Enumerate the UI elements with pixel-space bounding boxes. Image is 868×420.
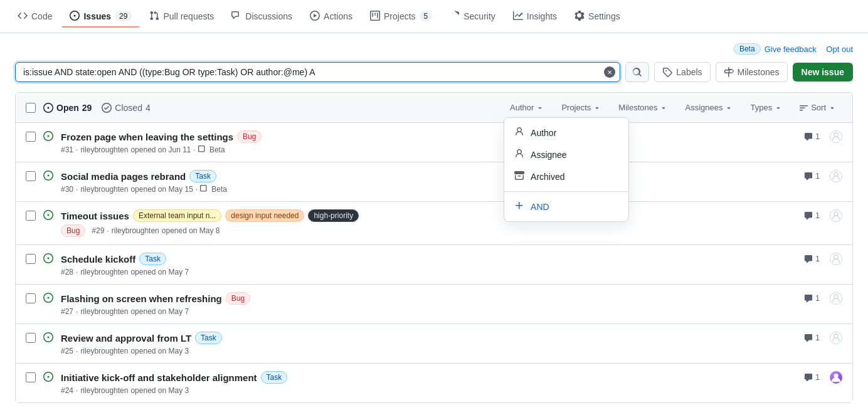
issue-author-2[interactable]: rileybroughten [80, 185, 128, 194]
issue-opened-3: opened on May 8 [162, 226, 220, 235]
issue-author-7[interactable]: rileybroughten [80, 386, 128, 395]
person-icon-assignee [514, 149, 524, 160]
plus-icon [514, 201, 524, 213]
feedback-link[interactable]: Give feedback [765, 45, 817, 54]
types-filter-label: Types [750, 103, 772, 112]
issue-author-1[interactable]: rileybroughten [80, 145, 128, 154]
dropdown-item-assignee[interactable]: Assignee [504, 144, 628, 165]
dropdown-author-label: Author [531, 128, 556, 138]
assignees-chevron-icon [725, 104, 733, 112]
issue-title-link-6[interactable]: Review and approval from LT [61, 333, 191, 344]
issue-number-2: #30 [61, 185, 73, 194]
nav-actions[interactable]: Actions [302, 6, 360, 28]
avatar-1 [830, 130, 842, 143]
projects-filter-button[interactable]: Projects [555, 100, 607, 115]
issue-meta-1: #31 · rileybroughten opened on Jun 11 · … [61, 145, 797, 154]
issue-content-1: Frozen page when leaving the settings Bu… [61, 130, 797, 154]
comment-count-5: 1 [804, 294, 820, 303]
nav-settings[interactable]: Settings [567, 6, 628, 28]
table-row: Frozen page when leaving the settings Bu… [16, 123, 852, 162]
row-checkbox-7[interactable] [26, 372, 36, 382]
issue-title-7: Initiative kick-off and stakeholder alig… [61, 371, 797, 384]
types-chevron-icon [775, 104, 782, 112]
issue-title-6: Review and approval from LT Task [61, 332, 797, 344]
row-checkbox-4[interactable] [26, 254, 36, 264]
open-issue-icon-3 [43, 210, 53, 223]
labels-button[interactable]: Labels [654, 62, 710, 82]
open-closed-tabs: Open 29 Closed 4 [43, 103, 151, 113]
issue-sep-4: · [76, 268, 78, 276]
table-row: Initiative kick-off and stakeholder alig… [16, 364, 852, 402]
select-all-checkbox[interactable] [26, 103, 36, 113]
nav-insights[interactable]: Insights [505, 6, 564, 28]
issue-meta-4: #28 · rileybroughten opened on May 7 [61, 268, 797, 276]
project-icon-1 [198, 145, 207, 154]
search-button[interactable] [625, 62, 649, 82]
nav-projects[interactable]: Projects 5 [363, 6, 440, 28]
nav-pr-label: Pull requests [163, 11, 214, 21]
row-right-4: 1 [804, 253, 842, 265]
issue-title-link-5[interactable]: Flashing on screen when refreshing [61, 293, 222, 304]
issue-content-4: Schedule kickoff Task #28 · rileybrought… [61, 253, 797, 276]
table-header: Open 29 Closed 4 [16, 93, 852, 123]
closed-icon [102, 103, 112, 113]
row-checkbox-1[interactable] [26, 132, 36, 142]
issue-title-5: Flashing on screen when refreshing Bug [61, 292, 797, 305]
tab-open[interactable]: Open 29 [43, 103, 92, 113]
settings-icon [574, 11, 585, 23]
comment-count-num-3: 1 [815, 211, 820, 220]
author-filter-label: Author [510, 103, 534, 112]
issue-content-5: Flashing on screen when refreshing Bug #… [61, 292, 797, 316]
comment-icon-7 [804, 373, 813, 382]
opt-out-link[interactable]: Opt out [826, 45, 853, 54]
author-filter-button[interactable]: Author [504, 100, 550, 115]
open-issue-icon-6 [43, 332, 53, 345]
issue-content-6: Review and approval from LT Task #25 · r… [61, 332, 797, 355]
issue-title-3: Timeout issues External team input n... … [61, 209, 797, 222]
dropdown-and-button[interactable]: AND [504, 196, 628, 218]
label-task-4: Task [139, 253, 166, 265]
nav-discussions[interactable]: Discussions [224, 6, 300, 28]
nav-issues[interactable]: Issues 29 [62, 6, 139, 28]
row-checkbox-5[interactable] [26, 293, 36, 303]
row-checkbox-3[interactable] [26, 211, 36, 221]
dropdown-item-archived[interactable]: Archived [504, 165, 628, 187]
milestones-filter-button[interactable]: Milestones [612, 100, 674, 115]
issue-author-5[interactable]: rileybroughten [80, 307, 128, 316]
issue-title-link-3[interactable]: Timeout issues [61, 211, 129, 221]
row-right-2: 1 [804, 170, 842, 182]
issue-author-3[interactable]: rileybroughten [112, 226, 159, 235]
nav-pull-requests[interactable]: Pull requests [142, 6, 221, 28]
issue-title-link-7[interactable]: Initiative kick-off and stakeholder alig… [61, 372, 257, 383]
milestones-button[interactable]: Milestones [716, 62, 788, 82]
sort-button[interactable]: Sort [793, 100, 842, 115]
issue-author-6[interactable]: rileybroughten [80, 347, 128, 355]
dropdown-divider [504, 191, 628, 192]
types-filter-button[interactable]: Types [744, 100, 788, 115]
tab-closed[interactable]: Closed 4 [102, 103, 150, 113]
row-checkbox-2[interactable] [26, 171, 36, 181]
issue-sep-6: · [76, 347, 78, 355]
issue-title-link-4[interactable]: Schedule kickoff [61, 254, 135, 265]
nav-code-label: Code [31, 11, 52, 21]
nav-security[interactable]: Security [442, 6, 503, 28]
issue-title-link-1[interactable]: Frozen page when leaving the settings [61, 132, 233, 142]
open-count: 29 [82, 103, 92, 113]
comment-icon-1 [804, 132, 813, 141]
search-input[interactable] [15, 62, 620, 82]
comment-icon-2 [804, 172, 813, 181]
comment-count-num-5: 1 [815, 294, 820, 303]
label-design-3: design input needed [225, 209, 304, 222]
dropdown-item-author[interactable]: Author [504, 122, 628, 144]
nav-code[interactable]: Code [10, 6, 60, 28]
project-icon-2 [200, 185, 209, 194]
assignees-filter-button[interactable]: Assignees [679, 100, 739, 115]
projects-count: 5 [420, 11, 433, 21]
issue-title-link-2[interactable]: Social media pages rebrand [61, 171, 186, 182]
row-checkbox-6[interactable] [26, 333, 36, 343]
issue-number-7: #24 [61, 386, 73, 395]
new-issue-button[interactable]: New issue [793, 63, 853, 81]
issue-sep2-2: · [196, 185, 198, 194]
issue-author-4[interactable]: rileybroughten [80, 268, 128, 276]
nav-projects-label: Projects [384, 11, 416, 21]
